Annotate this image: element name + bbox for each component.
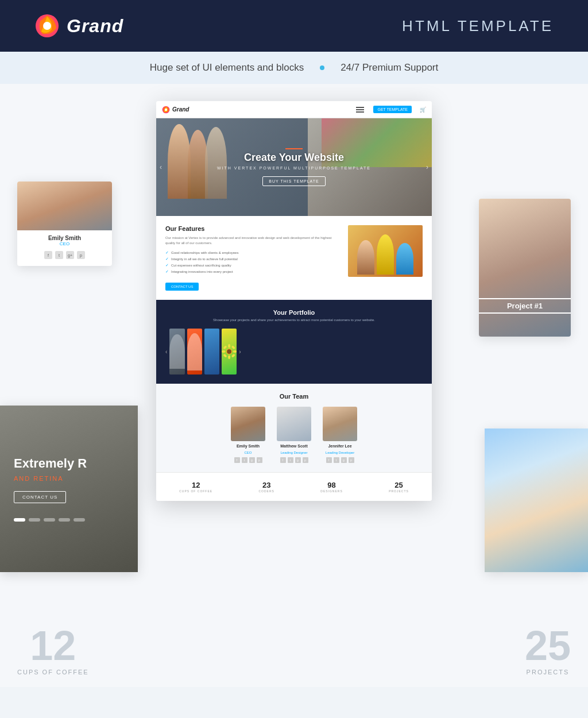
extremely-card: Extremely R AND RETINA CONTACT US: [0, 406, 138, 572]
nav-dot-4[interactable]: [59, 518, 70, 522]
svg-point-9: [223, 345, 227, 349]
stat-coders-label: CODERS: [258, 489, 274, 493]
social-tw-2[interactable]: t: [288, 457, 293, 463]
social-gp-2[interactable]: g: [295, 457, 301, 463]
retina-subtitle: AND RETINA: [14, 475, 64, 482]
nav-dot-2[interactable]: [29, 518, 40, 522]
logo-text: Grand: [67, 16, 123, 37]
social-tw-1[interactable]: t: [242, 457, 247, 463]
stat-coffee-label: CUPS OF COFFEE: [179, 489, 212, 493]
team-name-1: Emily Smith: [237, 444, 260, 448]
nav-dot-1[interactable]: [14, 518, 25, 522]
check-icon-1: ✓: [165, 250, 169, 255]
team-section: Our Team Emily Smith CEO f t g p Matthew…: [156, 384, 432, 472]
portfolio-item-2[interactable]: [187, 329, 202, 375]
stat-coders-number: 23: [258, 481, 274, 489]
features-image: [348, 225, 423, 277]
hero-cta-button[interactable]: BUY THIS TEMPLATE: [262, 176, 325, 186]
hero-section: Create Your Website WITH VERTEX POWERFUL…: [156, 118, 432, 216]
stat-coffee-number: 12: [179, 481, 212, 489]
portfolio-person-1: [169, 334, 184, 369]
stat-designers: 98 DESIGNERS: [320, 481, 342, 493]
nav-dot-5[interactable]: [74, 518, 85, 522]
social-gp-1[interactable]: g: [249, 457, 255, 463]
portfolio-grid: [169, 329, 237, 375]
bottom-stat-projects: 25 PROJECTS: [525, 625, 571, 675]
bottom-projects-number: 25: [525, 625, 571, 666]
portfolio-item-1[interactable]: [169, 329, 184, 375]
browser-nav: Grand GET TEMPLATE 🛒: [156, 101, 432, 118]
features-cta-button[interactable]: CONTACT US: [165, 283, 199, 291]
facebook-icon[interactable]: f: [44, 251, 52, 259]
social-fb-2[interactable]: f: [280, 457, 286, 463]
pinterest-icon[interactable]: p: [77, 251, 85, 259]
stat-coders: 23 CODERS: [258, 481, 274, 493]
social-pi-2[interactable]: p: [303, 457, 308, 463]
person-card-role: CEO: [17, 241, 112, 246]
features-desc: Our mission at Vertex is to provide adva…: [165, 236, 341, 246]
portfolio-row: ‹: [165, 329, 423, 375]
team-role-1: CEO: [244, 451, 252, 454]
stats-row: 12 CUPS OF COFFEE 23 CODERS 98 DESIGNERS…: [156, 472, 432, 501]
people-photo-card: [485, 429, 588, 572]
team-social-2: f t g p: [280, 457, 308, 463]
browser-logo: Grand: [162, 106, 189, 114]
hero-arrow-right[interactable]: ›: [426, 163, 428, 171]
stat-designers-label: DESIGNERS: [320, 489, 342, 493]
social-tw-3[interactable]: t: [334, 457, 339, 463]
team-member-1: Emily Smith CEO f t g p: [231, 407, 265, 463]
team-name-2: Matthew Scott: [280, 444, 307, 448]
team-member-2: Matthew Scott Leading Designer f t g p: [277, 407, 311, 463]
main-content: Emily Smith CEO f t g+ p Project #1 Extr…: [0, 84, 588, 687]
portfolio-item-4[interactable]: [222, 329, 237, 375]
portfolio-arrow-left[interactable]: ‹: [165, 349, 167, 355]
hamburger-icon[interactable]: [356, 107, 364, 113]
hero-accent-line: [285, 148, 303, 149]
team-social-3: f t g p: [326, 457, 354, 463]
nav-dot-3[interactable]: [44, 518, 55, 522]
bottom-coffee-number: 12: [17, 625, 89, 666]
twitter-icon[interactable]: t: [55, 251, 63, 259]
google-icon[interactable]: g+: [66, 251, 74, 259]
extremely-title: Extremely R: [14, 456, 87, 471]
features-text: Our Features Our mission at Vertex is to…: [165, 225, 341, 291]
social-fb-1[interactable]: f: [234, 457, 240, 463]
svg-point-3: [165, 108, 167, 110]
portfolio-arrow-right[interactable]: ›: [239, 349, 241, 355]
browser-logo-icon: [162, 106, 170, 114]
team-member-3: Jennifer Lee Leading Developer f t g p: [323, 407, 357, 463]
team-role-3: Leading Developer: [326, 451, 354, 454]
feature-item-4: ✓Integrating innovations into every proj…: [165, 269, 341, 274]
hero-arrow-left[interactable]: ‹: [160, 163, 162, 171]
portfolio-item-3[interactable]: [204, 329, 219, 375]
hero-text: Create Your Website WITH VERTEX POWERFUL…: [217, 148, 371, 186]
social-fb-3[interactable]: f: [326, 457, 332, 463]
cart-icon[interactable]: 🛒: [420, 107, 426, 113]
person-card-avatar: [17, 182, 112, 230]
check-icon-2: ✓: [165, 257, 169, 261]
people-photo: [485, 429, 588, 572]
stat-projects-label: PROJECTS: [389, 489, 409, 493]
feature-item-1: ✓Good relationships with clients & emplo…: [165, 250, 341, 255]
social-pi-3[interactable]: p: [349, 457, 354, 463]
browser-logo-text: Grand: [172, 106, 189, 113]
team-avatar-2: [277, 407, 311, 441]
team-social-1: f t g p: [234, 457, 262, 463]
contact-button[interactable]: CONTACT US: [14, 491, 66, 503]
header: Grand HTML TEMPLATE: [0, 0, 588, 52]
check-icon-3: ✓: [165, 263, 169, 268]
social-pi-1[interactable]: p: [257, 457, 262, 463]
person-card-name: Emily Smith: [17, 235, 112, 241]
stat-coffee: 12 CUPS OF COFFEE: [179, 481, 212, 493]
get-template-button[interactable]: GET TEMPLATE: [373, 106, 412, 113]
social-gp-3[interactable]: g: [341, 457, 347, 463]
sunflower-icon: [222, 340, 237, 363]
tagline-dot: [320, 65, 324, 70]
portfolio-desc: Showcase your projects and share your ac…: [165, 318, 423, 322]
team-title: Our Team: [165, 393, 423, 400]
team-name-3: Jennifer Lee: [328, 444, 351, 448]
stat-projects: 25 PROJECTS: [389, 481, 409, 493]
team-avatar-1: [231, 407, 265, 441]
person-card-social: f t g+ p: [17, 251, 112, 259]
logo-area: Grand: [34, 13, 123, 38]
